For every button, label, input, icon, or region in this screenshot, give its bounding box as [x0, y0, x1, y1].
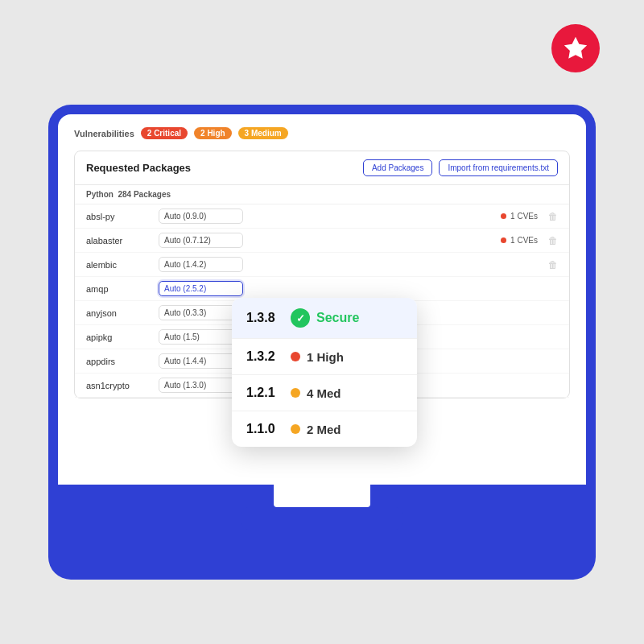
- package-name: alembic: [86, 260, 159, 270]
- med-dot-icon: [291, 388, 300, 398]
- dropdown-item-med-2[interactable]: 1.1.0 2 Med: [232, 411, 417, 447]
- packages-header: Requested Packages Add Packages Import f…: [75, 151, 569, 185]
- package-name: appdirs: [86, 357, 159, 366]
- packages-section: Requested Packages Add Packages Import f…: [74, 151, 570, 398]
- item-status: ✓ Secure: [291, 308, 359, 328]
- version-select[interactable]: Auto (1.3.0): [159, 378, 243, 393]
- dropdown-item-secure[interactable]: 1.3.8 ✓ Secure: [232, 298, 417, 339]
- high-dot-icon: [291, 352, 300, 361]
- vuln-label: Vulnerabilities: [74, 129, 134, 138]
- package-name: asn1crypto: [86, 381, 159, 390]
- high-count: 1 High: [307, 350, 344, 364]
- version-number: 1.2.1: [246, 386, 291, 400]
- version-select[interactable]: Auto (1.5): [159, 329, 243, 345]
- monitor-neck: [274, 485, 370, 507]
- python-label: Python 284 Packages: [75, 185, 569, 204]
- version-select-highlighted[interactable]: Auto (2.5.2): [159, 281, 243, 296]
- cve-info: 🗑: [542, 259, 558, 270]
- package-name: anyjson: [86, 308, 159, 318]
- version-number: 1.3.2: [246, 349, 291, 364]
- table-row: alabaster Auto (0.7.12) 1 CVEs 🗑: [75, 229, 569, 253]
- table-row: absl-py Auto (0.9.0) 1 CVEs 🗑: [75, 204, 569, 229]
- version-select[interactable]: Auto (1.4.4): [159, 353, 243, 369]
- medium-badge: 3 Medium: [238, 127, 288, 139]
- package-name: alabaster: [86, 236, 159, 246]
- trash-icon[interactable]: 🗑: [548, 235, 558, 246]
- dropdown-item-med-4[interactable]: 1.2.1 4 Med: [232, 375, 417, 411]
- monitor-screen: Vulnerabilities 2 Critical 2 High 3 Medi…: [58, 114, 586, 485]
- trash-icon[interactable]: 🗑: [548, 211, 558, 222]
- version-dropdown: 1.3.8 ✓ Secure 1.3.2 1 High: [232, 298, 417, 447]
- version-select[interactable]: Auto (1.4.2): [159, 257, 243, 272]
- table-row: alembic Auto (1.4.2) 🗑: [75, 253, 569, 277]
- item-status: 4 Med: [291, 386, 341, 400]
- cve-dot: [501, 237, 506, 243]
- add-packages-button[interactable]: Add Packages: [363, 159, 433, 176]
- star-badge: [551, 24, 600, 72]
- trash-icon[interactable]: 🗑: [548, 259, 558, 270]
- screen-content: Vulnerabilities 2 Critical 2 High 3 Medi…: [58, 114, 586, 411]
- version-select[interactable]: Auto (0.9.0): [159, 208, 243, 224]
- version-number: 1.3.8: [246, 311, 291, 325]
- cve-dot: [501, 213, 506, 219]
- med-dot-icon: [291, 424, 300, 434]
- monitor: Vulnerabilities 2 Critical 2 High 3 Medi…: [48, 105, 596, 580]
- packages-title: Requested Packages: [86, 162, 191, 174]
- version-select[interactable]: Auto (0.3.3): [159, 305, 243, 320]
- med-count: 2 Med: [307, 423, 341, 436]
- cve-info: 1 CVEs 🗑: [501, 211, 558, 222]
- monitor-base: [242, 507, 402, 530]
- item-status: 2 Med: [291, 423, 341, 436]
- med-count: 4 Med: [307, 386, 341, 400]
- package-name: amqp: [86, 284, 159, 294]
- secure-check-icon: ✓: [291, 308, 310, 328]
- high-badge: 2 High: [194, 127, 232, 139]
- dropdown-item-high[interactable]: 1.3.2 1 High: [232, 339, 417, 375]
- header-buttons: Add Packages Import from requirements.tx…: [363, 159, 558, 176]
- package-name: absl-py: [86, 212, 159, 221]
- version-number: 1.1.0: [246, 422, 291, 436]
- cve-info: 1 CVEs 🗑: [501, 235, 558, 246]
- critical-badge: 2 Critical: [141, 127, 188, 139]
- secure-label: Secure: [316, 311, 359, 325]
- item-status: 1 High: [291, 350, 344, 364]
- import-button[interactable]: Import from requirements.txt: [439, 159, 558, 176]
- star-icon: [562, 35, 589, 62]
- page-wrapper: Vulnerabilities 2 Critical 2 High 3 Medi…: [0, 0, 644, 644]
- version-select[interactable]: Auto (0.7.12): [159, 233, 243, 248]
- vulnerabilities-header: Vulnerabilities 2 Critical 2 High 3 Medi…: [74, 127, 570, 139]
- package-name: apipkg: [86, 332, 159, 342]
